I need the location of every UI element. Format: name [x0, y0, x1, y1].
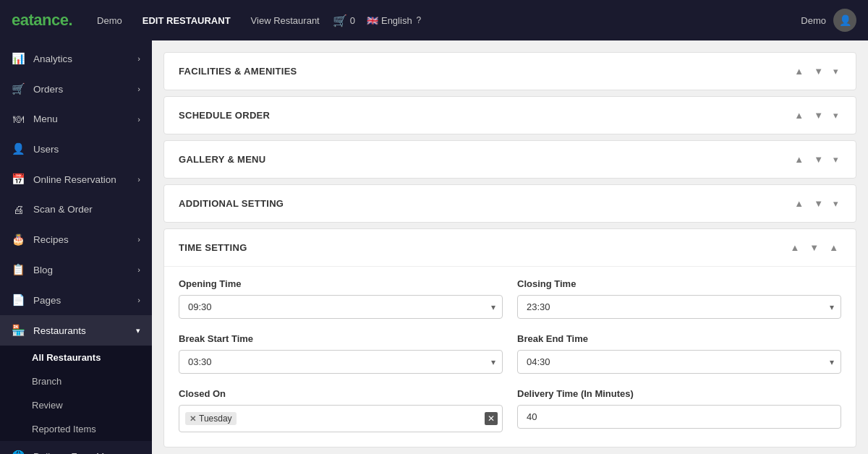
sidebar-item-scan-order[interactable]: 🖨 Scan & Order [0, 194, 152, 224]
accordion-additional-header[interactable]: ADDITIONAL SETTING ▲ ▼ ▾ [164, 185, 856, 222]
accordion-time-header[interactable]: TIME SETTING ▲ ▼ ▲ [164, 229, 856, 266]
chevron-icon: › [137, 235, 140, 244]
sidebar-label-reservation: Online Reservation [33, 174, 116, 185]
nav-demo[interactable]: Demo [90, 11, 129, 30]
delivery-time-group: Delivery Time (In Minutes) [517, 388, 841, 432]
sidebar-sub-reported-items[interactable]: Reported Items [0, 417, 152, 441]
acc-down-btn[interactable]: ▼ [811, 108, 826, 122]
sidebar-item-blog[interactable]: 📋 Blog › [0, 254, 152, 285]
orders-icon: 🛒 [12, 82, 25, 95]
acc-down-btn[interactable]: ▼ [811, 64, 826, 78]
sidebar-item-recipes[interactable]: 🎂 Recipes › [0, 224, 152, 254]
accordion-additional-controls: ▲ ▼ ▾ [791, 197, 841, 210]
opening-time-label: Opening Time [179, 278, 503, 289]
break-end-select[interactable]: 04:30 [517, 350, 841, 374]
acc-expand-btn[interactable]: ▲ [826, 241, 841, 254]
sidebar-item-pages[interactable]: 📄 Pages › [0, 285, 152, 315]
chevron-icon: › [137, 115, 140, 124]
closed-on-group: Closed On ✕ Tuesday ✕ [179, 388, 503, 432]
sidebar: 📊 Analytics › 🛒 Orders › 🍽 Menu › 👤 User… [0, 40, 152, 454]
tags-clear-btn[interactable]: ✕ [485, 412, 498, 425]
user-label: Demo [801, 15, 826, 26]
top-navigation: eatance. Demo EDIT RESTAURANT View Resta… [0, 0, 868, 40]
sidebar-label-users: Users [33, 144, 59, 155]
acc-down-btn[interactable]: ▼ [811, 197, 826, 210]
blog-icon: 📋 [12, 263, 25, 276]
sidebar-label-blog: Blog [33, 265, 53, 275]
help-icon[interactable]: ? [417, 15, 422, 25]
acc-collapse-btn[interactable]: ▾ [830, 153, 841, 166]
closing-time-label: Closing Time [517, 278, 841, 289]
sidebar-item-menu[interactable]: 🍽 Menu › [0, 104, 152, 134]
sidebar-item-analytics[interactable]: 📊 Analytics › [0, 43, 152, 74]
acc-up-btn[interactable]: ▲ [791, 64, 807, 78]
time-grid: Opening Time 09:30 ▾ Closing Time [179, 278, 841, 432]
acc-up-btn[interactable]: ▲ [791, 197, 807, 210]
nav-links: Demo EDIT RESTAURANT View Restaurant 🛒 0… [90, 11, 801, 30]
acc-up-btn[interactable]: ▲ [791, 108, 807, 122]
chevron-down-icon: ▾ [136, 326, 140, 335]
sidebar-sub-all-restaurants[interactable]: All Restaurants [0, 346, 152, 369]
sidebar-submenu-restaurants: All Restaurants Branch Review Reported I… [0, 346, 152, 441]
cart-count: 0 [350, 15, 355, 26]
closed-on-tag: ✕ Tuesday [185, 412, 237, 425]
accordion-additional: ADDITIONAL SETTING ▲ ▼ ▾ [163, 184, 856, 223]
break-end-select-wrapper: 04:30 ▾ [517, 350, 841, 374]
sidebar-sub-branch[interactable]: Branch [0, 369, 152, 393]
closing-time-select-wrapper: 23:30 ▾ [517, 295, 841, 319]
nav-edit-restaurant[interactable]: EDIT RESTAURANT [135, 11, 238, 30]
avatar[interactable]: 👤 [833, 9, 856, 32]
nav-view-restaurant[interactable]: View Restaurant [244, 11, 327, 30]
accordion-facilities-controls: ▲ ▼ ▾ [791, 64, 841, 78]
closed-on-tags-input[interactable]: ✕ Tuesday ✕ [179, 405, 503, 432]
accordion-gallery-header[interactable]: GALLERY & MENU ▲ ▼ ▾ [164, 141, 856, 178]
accordion-schedule-header[interactable]: SCHEDULE ORDER ▲ ▼ ▾ [164, 97, 856, 134]
acc-collapse-btn[interactable]: ▾ [830, 197, 841, 210]
sidebar-item-users[interactable]: 👤 Users [0, 134, 152, 164]
menu-icon: 🍽 [12, 113, 25, 125]
sidebar-item-online-reservation[interactable]: 📅 Online Reservation › [0, 164, 152, 194]
break-end-group: Break End Time 04:30 ▾ [517, 333, 841, 374]
break-end-label: Break End Time [517, 333, 841, 344]
tag-remove-btn[interactable]: ✕ [190, 414, 196, 424]
main-content: FACILITIES & AMENITIES ▲ ▼ ▾ SCHEDULE OR… [152, 40, 868, 454]
opening-time-select[interactable]: 09:30 [179, 295, 503, 319]
recipes-icon: 🎂 [12, 233, 25, 246]
closing-time-select[interactable]: 23:30 [517, 295, 841, 319]
delivery-zone-icon: 🌐 [12, 450, 25, 454]
accordion-facilities-header[interactable]: FACILITIES & AMENITIES ▲ ▼ ▾ [164, 53, 856, 90]
closing-time-group: Closing Time 23:30 ▾ [517, 278, 841, 319]
opening-time-select-wrapper: 09:30 ▾ [179, 295, 503, 319]
break-start-select[interactable]: 03:30 [179, 350, 503, 374]
reservation-icon: 📅 [12, 173, 25, 186]
sidebar-item-orders[interactable]: 🛒 Orders › [0, 74, 152, 104]
acc-collapse-btn[interactable]: ▾ [830, 108, 841, 122]
sidebar-label-analytics: Analytics [33, 53, 72, 64]
nav-language[interactable]: 🇬🇧 English ? [367, 15, 421, 26]
sidebar-label-menu: Menu [33, 113, 58, 124]
logo[interactable]: eatance. [12, 11, 72, 30]
nav-cart[interactable]: 🛒 0 [333, 14, 355, 27]
acc-up-btn[interactable]: ▲ [791, 153, 807, 166]
accordion-additional-title: ADDITIONAL SETTING [179, 198, 791, 209]
delivery-time-label: Delivery Time (In Minutes) [517, 388, 841, 399]
delivery-time-input[interactable] [517, 405, 841, 429]
accordion-gallery-controls: ▲ ▼ ▾ [791, 153, 841, 166]
break-start-label: Break Start Time [179, 333, 503, 344]
acc-down-btn[interactable]: ▼ [807, 241, 822, 254]
acc-up-btn[interactable]: ▲ [787, 241, 802, 254]
nav-right: Demo 👤 [801, 9, 856, 32]
acc-collapse-btn[interactable]: ▾ [830, 64, 841, 78]
accordion-schedule-controls: ▲ ▼ ▾ [791, 108, 841, 122]
acc-down-btn[interactable]: ▼ [811, 153, 826, 166]
sidebar-label-orders: Orders [33, 84, 63, 95]
sidebar-sub-review[interactable]: Review [0, 393, 152, 417]
flag-icon: 🇬🇧 [367, 15, 378, 26]
opening-time-group: Opening Time 09:30 ▾ [179, 278, 503, 319]
sidebar-item-delivery-zone[interactable]: 🌐 Delivery Zone Manager › [0, 441, 152, 454]
accordion-time-controls: ▲ ▼ ▲ [787, 241, 841, 254]
accordion-time-setting: TIME SETTING ▲ ▼ ▲ Opening Time 09:30 [163, 228, 856, 447]
sidebar-label-recipes: Recipes [33, 234, 69, 245]
time-setting-body: Opening Time 09:30 ▾ Closing Time [164, 266, 856, 447]
sidebar-item-restaurants[interactable]: 🏪 Restaurants ▾ [0, 315, 152, 346]
